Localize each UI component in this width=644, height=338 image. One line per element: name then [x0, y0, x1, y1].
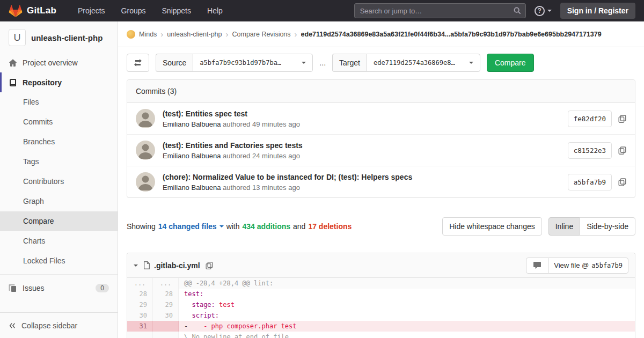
commit-title[interactable]: (chore): Normalized Value to be instance… [163, 173, 568, 181]
view-file-sha: a5bfa7b9 [591, 262, 623, 269]
diff-line-context: 28 28 test: [127, 289, 635, 299]
breadcrumb-group[interactable]: Minds [139, 31, 157, 38]
breadcrumb-section[interactable]: Compare Revisions [232, 31, 291, 38]
commit-row: (chore): Normalized Value to be instance… [127, 166, 635, 197]
search-input[interactable] [354, 3, 526, 18]
sidebar-item-charts[interactable]: Charts [0, 231, 118, 251]
diff-new-line-number [153, 332, 179, 338]
commit-sha[interactable]: fe82df20 [568, 111, 612, 127]
copy-filename-icon[interactable] [206, 262, 213, 269]
commit-author[interactable]: Emiliano Balbuena [163, 152, 221, 160]
commit-meta: Emiliano Balbuena authored 24 minutes ag… [163, 152, 568, 160]
collapse-sidebar-button[interactable]: Collapse sidebar [0, 312, 118, 338]
diff-old-line-number[interactable]: 30 [127, 310, 153, 321]
swap-revisions-button[interactable] [127, 54, 149, 72]
sidebar-item-locked-files[interactable]: Locked Files [0, 251, 118, 271]
help-dropdown[interactable]: ? [535, 6, 552, 16]
diff-old-line-number[interactable]: 28 [127, 289, 153, 299]
diff-old-line-number[interactable]: 31 [127, 321, 153, 332]
source-ref-value: a5bfa7b9c93b1d97b7ba… [200, 59, 281, 67]
project-avatar[interactable]: U [9, 29, 26, 46]
sidebar-item-compare[interactable]: Compare [0, 211, 118, 231]
commit-meta: Emiliano Balbuena authored 49 minutes ag… [163, 120, 568, 128]
caret-down-icon [469, 62, 473, 64]
caret-down-icon [219, 225, 224, 227]
commits-panel-header: Commits (3) [127, 80, 635, 103]
sidebar-item-tags[interactable]: Tags [0, 152, 118, 172]
source-label: Source [156, 54, 193, 72]
diff-line-deletion: 31 - - php composer.phar test [127, 321, 635, 332]
target-ref-dropdown[interactable]: ede7119d2574a36869e8… [367, 54, 480, 72]
gitlab-logo[interactable]: GitLab [9, 4, 56, 18]
changed-files-dropdown[interactable]: 14 changed files [158, 222, 224, 231]
diff-file-actions: View file @ a5bfa7b9 [526, 258, 628, 274]
side-by-side-view-button[interactable]: Side-by-side [580, 217, 635, 236]
sidebar: U unleash-client-php Project overview Re… [0, 21, 118, 338]
sidebar-item-issues[interactable]: Issues 0 [0, 278, 118, 298]
sidebar-item-project-overview[interactable]: Project overview [0, 53, 118, 72]
toggle-comments-button[interactable] [526, 258, 548, 274]
commit-sha[interactable]: a5bfa7b9 [568, 174, 612, 190]
commit-title[interactable]: (test): Entities spec test [163, 109, 568, 118]
additions-count: 434 additions [243, 222, 290, 231]
commit-row: (test): Entities spec test Emiliano Balb… [127, 103, 635, 135]
commit-author[interactable]: Emiliano Balbuena [163, 183, 221, 192]
diff-new-line-number[interactable] [153, 321, 179, 332]
diff-new-line-number[interactable]: 30 [153, 310, 179, 321]
copy-sha-icon[interactable] [618, 178, 626, 186]
commit-time: authored 49 minutes ago [223, 120, 300, 128]
page-content: Source a5bfa7b9c93b1d97b7ba… ... Target … [118, 47, 644, 338]
sidebar-item-files[interactable]: Files [0, 92, 118, 112]
sidebar-item-branches[interactable]: Branches [0, 132, 118, 152]
diff-new-line-number[interactable]: ... [153, 278, 179, 289]
nav-projects[interactable]: Projects [78, 6, 105, 15]
sidebar-item-contributors[interactable]: Contributors [0, 172, 118, 192]
diff-old-line-number[interactable]: 29 [127, 299, 153, 310]
author-avatar[interactable] [136, 141, 155, 160]
commit-author[interactable]: Emiliano Balbuena [163, 120, 221, 128]
commit-actions: c81522e3 [568, 142, 626, 159]
view-file-button[interactable]: View file @ a5bfa7b9 [548, 258, 628, 274]
source-ref-dropdown[interactable]: a5bfa7b9c93b1d97b7ba… [193, 54, 313, 72]
project-name[interactable]: unleash-client-php [31, 33, 103, 42]
diff-code-line: \ No newline at end of file [179, 332, 635, 338]
diff-filename: .gitlab-ci.yml [154, 261, 200, 270]
sidebar-item-graph[interactable]: Graph [0, 192, 118, 211]
showing-label: Showing [127, 222, 156, 231]
author-avatar[interactable] [136, 109, 155, 128]
target-ref-value: ede7119d2574a36869e8… [374, 59, 455, 67]
navbar-left: GitLab Projects Groups Snippets Help [9, 4, 223, 18]
diff-view-controls: Hide whitespace changes Inline Side-by-s… [442, 217, 635, 236]
nav-groups[interactable]: Groups [121, 6, 146, 15]
author-avatar[interactable] [136, 172, 155, 192]
commit-sha[interactable]: c81522e3 [568, 142, 612, 159]
copy-sha-icon[interactable] [618, 115, 626, 123]
commit-body: (test): Entities and Factories spec test… [163, 141, 568, 160]
commit-actions: fe82df20 [568, 111, 626, 127]
inline-view-button[interactable]: Inline [548, 217, 580, 236]
copy-sha-icon[interactable] [618, 146, 626, 155]
nav-snippets[interactable]: Snippets [162, 6, 191, 15]
collapse-diff-icon[interactable] [134, 264, 138, 267]
sign-in-button[interactable]: Sign in / Register [560, 3, 635, 19]
diff-old-line-number[interactable]: ... [127, 278, 153, 289]
diff-new-line-number[interactable]: 28 [153, 289, 179, 299]
diff-line-context: 30 30 script: [127, 310, 635, 321]
breadcrumb-project[interactable]: unleash-client-php [167, 31, 222, 38]
hide-whitespace-button[interactable]: Hide whitespace changes [442, 217, 542, 236]
diff-new-line-number[interactable]: 29 [153, 299, 179, 310]
commit-title[interactable]: (test): Entities and Factories spec test… [163, 141, 568, 150]
diff-line-match: ... ... @@ -28,4 +28,4 @@ lint: [127, 278, 635, 289]
double-chevron-left-icon [9, 322, 16, 329]
diff-line-context: 29 29 stage: test [127, 299, 635, 310]
nav-help[interactable]: Help [207, 6, 223, 15]
caret-down-icon [547, 10, 552, 12]
sidebar-item-commits[interactable]: Commits [0, 112, 118, 132]
comment-bubble-icon [533, 261, 541, 269]
chevron-right-icon: › [295, 30, 297, 38]
sidebar-item-repository[interactable]: Repository [0, 72, 118, 92]
gitlab-logo-text: GitLab [27, 5, 56, 16]
commit-row: (test): Entities and Factories spec test… [127, 135, 635, 166]
diff-code-line: script: [179, 310, 635, 321]
compare-button[interactable]: Compare [487, 54, 534, 72]
